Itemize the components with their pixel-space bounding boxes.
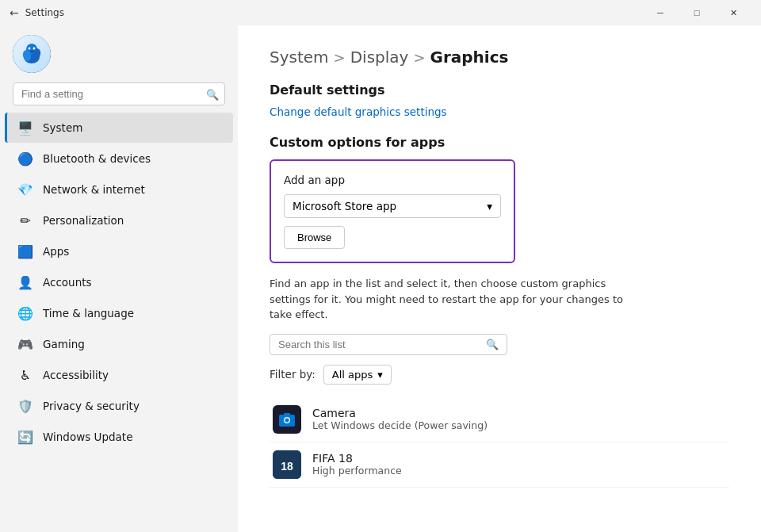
change-default-link[interactable]: Change default graphics settings (270, 105, 447, 118)
back-icon[interactable]: ← (10, 6, 19, 19)
svg-point-9 (285, 418, 289, 422)
app-container: 🔍 🖥️ System 🔵 Bluetooth & devices 💎 Netw… (0, 25, 761, 532)
sidebar-item-gaming[interactable]: 🎮 Gaming (5, 329, 233, 359)
search-input[interactable] (13, 82, 225, 105)
sidebar-item-accounts[interactable]: 👤 Accounts (5, 267, 233, 297)
sidebar-item-label: Time & language (43, 307, 134, 320)
search-icon: 🔍 (206, 88, 219, 100)
app-title: Settings (25, 7, 64, 18)
filter-dropdown[interactable]: All apps ▾ (323, 365, 392, 385)
sidebar-item-update[interactable]: 🔄 Windows Update (5, 422, 233, 452)
sidebar-item-label: System (43, 121, 82, 134)
fifa-app-info: FIFA 18 High performance (312, 452, 402, 477)
apps-icon: 🟦 (17, 243, 33, 259)
sidebar-item-label: Apps (43, 245, 69, 258)
sidebar-item-label: Accessibility (43, 369, 109, 381)
network-icon: 💎 (17, 182, 33, 197)
breadcrumb-display[interactable]: Display (350, 48, 409, 67)
custom-options-section: Custom options for apps Add an app Micro… (270, 135, 729, 488)
browse-button[interactable]: Browse (284, 226, 345, 249)
custom-options-title: Custom options for apps (270, 135, 729, 150)
add-app-label: Add an app (284, 174, 501, 186)
search-list-box[interactable]: 🔍 (270, 334, 507, 355)
filter-row: Filter by: All apps ▾ (270, 365, 729, 385)
svg-point-6 (33, 48, 36, 50)
maximize-button[interactable]: □ (679, 0, 715, 25)
title-bar: ← Settings ─ □ ✕ (0, 0, 761, 25)
fifa-app-name: FIFA 18 (312, 452, 402, 465)
breadcrumb: System > Display > Graphics (270, 48, 729, 67)
sidebar-item-label: Personalization (43, 214, 124, 227)
filter-value: All apps (332, 369, 373, 381)
accessibility-icon: ♿ (17, 367, 33, 383)
sidebar-item-label: Windows Update (43, 431, 132, 443)
breadcrumb-sep2: > (413, 49, 425, 66)
minimize-button[interactable]: ─ (642, 0, 679, 25)
sidebar-item-system[interactable]: 🖥️ System (5, 113, 233, 143)
dropdown-value: Microsoft Store app (293, 200, 396, 212)
accounts-icon: 👤 (17, 274, 33, 290)
content-area: System > Display > Graphics Default sett… (238, 25, 761, 532)
app-list: Camera Let Windows decide (Power saving)… (270, 397, 729, 488)
camera-app-name: Camera (312, 407, 488, 419)
sidebar-item-label: Accounts (43, 276, 92, 289)
fifa-app-icon: 18 (273, 450, 301, 479)
search-list-icon: 🔍 (486, 339, 499, 350)
bluetooth-icon: 🔵 (17, 151, 33, 166)
search-list-input[interactable] (278, 339, 486, 350)
fifa-app-subtitle: High performance (312, 465, 402, 477)
filter-chevron-icon: ▾ (377, 369, 383, 381)
svg-point-5 (29, 48, 31, 50)
default-settings-section: Default settings Change default graphics… (270, 82, 729, 119)
sidebar-item-apps[interactable]: 🟦 Apps (5, 236, 233, 266)
list-item[interactable]: Camera Let Windows decide (Power saving) (270, 397, 729, 442)
title-bar-left: ← Settings (10, 6, 64, 19)
info-text: Find an app in the list and select it, t… (270, 276, 634, 323)
user-avatar (0, 25, 238, 79)
filter-label: Filter by: (270, 368, 315, 381)
time-icon: 🌐 (17, 305, 33, 321)
sidebar-item-label: Bluetooth & devices (43, 152, 151, 165)
camera-app-info: Camera Let Windows decide (Power saving) (312, 407, 488, 431)
camera-app-subtitle: Let Windows decide (Power saving) (312, 419, 488, 431)
sidebar-item-time[interactable]: 🌐 Time & language (5, 298, 233, 328)
system-icon: 🖥️ (17, 120, 33, 136)
list-item[interactable]: 18 FIFA 18 High performance (270, 442, 729, 488)
sidebar-item-personalization[interactable]: ✏️ Personalization (5, 205, 233, 235)
update-icon: 🔄 (17, 429, 33, 445)
breadcrumb-sep1: > (334, 49, 346, 66)
sidebar-item-privacy[interactable]: 🛡️ Privacy & security (5, 391, 233, 421)
add-app-box: Add an app Microsoft Store app ▾ Browse (270, 159, 515, 263)
sidebar-item-label: Gaming (43, 338, 85, 350)
sidebar-item-bluetooth[interactable]: 🔵 Bluetooth & devices (5, 144, 233, 174)
gaming-icon: 🎮 (17, 336, 33, 352)
privacy-icon: 🛡️ (17, 398, 33, 414)
sidebar-item-accessibility[interactable]: ♿ Accessibility (5, 360, 233, 390)
breadcrumb-current: Graphics (430, 48, 509, 67)
dropdown-chevron-icon: ▾ (487, 200, 492, 212)
close-button[interactable]: ✕ (715, 0, 751, 25)
search-box[interactable]: 🔍 (13, 82, 225, 105)
title-bar-controls: ─ □ ✕ (642, 0, 751, 25)
camera-app-icon (273, 405, 301, 434)
sidebar-nav: 🖥️ System 🔵 Bluetooth & devices 💎 Networ… (0, 112, 238, 526)
svg-rect-10 (284, 413, 290, 415)
personalization-icon: ✏️ (17, 212, 33, 228)
app-type-dropdown[interactable]: Microsoft Store app ▾ (284, 194, 501, 218)
svg-text:18: 18 (281, 460, 293, 473)
breadcrumb-system[interactable]: System (270, 48, 329, 67)
default-settings-title: Default settings (270, 82, 729, 98)
sidebar: 🔍 🖥️ System 🔵 Bluetooth & devices 💎 Netw… (0, 25, 238, 532)
avatar (13, 35, 51, 73)
sidebar-item-label: Privacy & security (43, 400, 140, 412)
sidebar-item-network[interactable]: 💎 Network & internet (5, 174, 233, 205)
sidebar-item-label: Network & internet (43, 183, 145, 196)
